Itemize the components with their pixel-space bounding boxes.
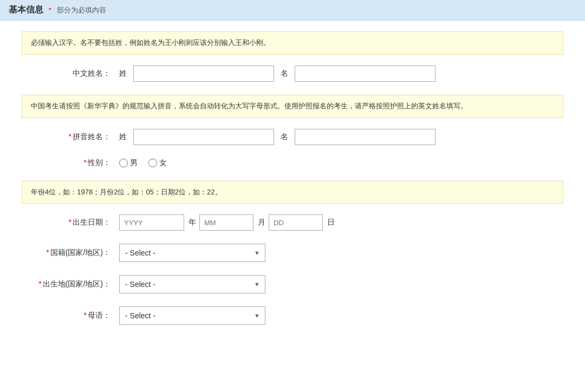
gender-male-radio[interactable] — [119, 159, 128, 167]
required-mark: * — [49, 6, 51, 14]
chinese-name-row: 中文姓名： 姓 名 — [22, 66, 563, 82]
pinyin-name-notice: 中国考生请按照《新华字典》的规范输入拼音，系统会自动转化为大写字母形式。使用护照… — [22, 95, 563, 118]
nationality-select[interactable]: - Select - 中国 美国 英国 日本 其他 — [119, 244, 265, 262]
day-unit: 日 — [327, 218, 335, 227]
gender-group: 男 女 — [119, 158, 167, 168]
pinyin-first-name-label: 名 — [281, 132, 288, 142]
gender-female-label[interactable]: 女 — [148, 158, 167, 168]
gender-female-text: 女 — [159, 158, 167, 168]
page-container: 基本信息 * 部分为必填内容 必须输入汉字。名不要包括姓，例如姓名为王小刚则应该… — [0, 0, 585, 392]
nationality-label: *国籍(国家/地区)： — [22, 248, 119, 258]
pinyin-first-name-input[interactable] — [295, 129, 435, 145]
pinyin-last-name-label: 姓 — [119, 132, 127, 142]
gender-male-text: 男 — [130, 158, 138, 168]
gender-female-radio[interactable] — [148, 159, 157, 167]
pinyin-name-row: *拼音姓名： 姓 名 — [22, 129, 563, 145]
native-language-row: *母语： - Select - 中文 英文 日文 韩文 其他 ▼ — [22, 306, 563, 325]
native-language-select-wrapper: - Select - 中文 英文 日文 韩文 其他 ▼ — [119, 306, 265, 325]
birth-month-input[interactable] — [199, 214, 253, 231]
birth-date-row: *出生日期： 年 月 日 — [22, 214, 563, 231]
chinese-last-name-label: 姓 — [119, 69, 127, 79]
nationality-select-wrapper: - Select - 中国 美国 英国 日本 其他 ▼ — [119, 244, 265, 262]
native-language-label: *母语： — [22, 311, 119, 321]
birthplace-row: *出生地(国家/地区)： - Select - 中国 美国 英国 日本 其他 ▼ — [22, 275, 563, 293]
gender-label: *性别： — [22, 158, 119, 168]
pinyin-name-label: *拼音姓名： — [22, 132, 119, 142]
birth-date-group: 年 月 日 — [119, 214, 335, 231]
pinyin-last-name-input[interactable] — [133, 129, 274, 145]
section-subtitle: 部分为必填内容 — [57, 5, 106, 15]
year-unit: 年 — [188, 218, 196, 227]
birth-year-input[interactable] — [119, 214, 184, 231]
gender-male-label[interactable]: 男 — [119, 158, 138, 168]
chinese-first-name-input[interactable] — [295, 66, 435, 82]
birth-date-notice: 年份4位，如：1978；月份2位，如：05；日期2位，如：22。 — [22, 181, 563, 204]
pinyin-name-group: 姓 名 — [119, 129, 435, 145]
section-header: 基本信息 * 部分为必填内容 — [0, 0, 585, 21]
birth-day-input[interactable] — [269, 214, 323, 231]
chinese-name-notice: 必须输入汉字。名不要包括姓，例如姓名为王小刚则应该分别输入王和小刚。 — [22, 31, 563, 55]
chinese-name-group: 姓 名 — [119, 66, 435, 82]
native-language-select[interactable]: - Select - 中文 英文 日文 韩文 其他 — [119, 306, 265, 325]
chinese-first-name-label: 名 — [281, 69, 288, 79]
birthplace-label: *出生地(国家/地区)： — [22, 279, 119, 289]
section-title: 基本信息 — [9, 4, 43, 16]
birthplace-select-wrapper: - Select - 中国 美国 英国 日本 其他 ▼ — [119, 275, 265, 293]
chinese-last-name-input[interactable] — [133, 66, 274, 82]
gender-row: *性别： 男 女 — [22, 158, 563, 168]
chinese-name-label: 中文姓名： — [22, 69, 119, 79]
month-unit: 月 — [258, 218, 265, 227]
birthplace-select[interactable]: - Select - 中国 美国 英国 日本 其他 — [119, 275, 265, 293]
nationality-row: *国籍(国家/地区)： - Select - 中国 美国 英国 日本 其他 ▼ — [22, 244, 563, 262]
birth-date-label: *出生日期： — [22, 218, 119, 227]
form-body: 必须输入汉字。名不要包括姓，例如姓名为王小刚则应该分别输入王和小刚。 中文姓名：… — [0, 21, 585, 354]
